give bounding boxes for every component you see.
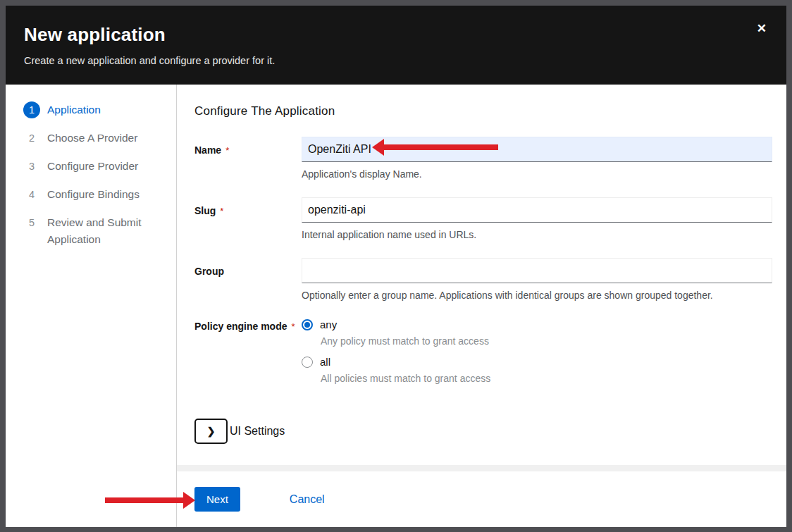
- wizard-step-application[interactable]: 1 Application: [6, 96, 176, 124]
- slug-control-col: Internal application name used in URLs.: [302, 197, 772, 240]
- policy-mode-any-option[interactable]: any: [302, 318, 772, 330]
- step-label: Configure Bindings: [47, 186, 140, 203]
- policy-mode-any-label: any: [320, 318, 337, 330]
- ui-settings-expander: ❯ UI Settings: [194, 419, 772, 444]
- modal-title: New application: [24, 24, 768, 46]
- policy-label-col: Policy engine mode*: [194, 318, 302, 393]
- annotation-arrow-name-shaft: [383, 144, 498, 150]
- policy-control-col: any Any policy must match to grant acces…: [302, 318, 772, 393]
- required-asterisk: *: [291, 321, 295, 332]
- annotation-arrow-next-shaft: [105, 497, 184, 503]
- footer-separator: [177, 465, 786, 471]
- wizard-step-configure-provider[interactable]: 3 Configure Provider: [6, 152, 176, 180]
- step-label: Choose A Provider: [47, 130, 137, 147]
- policy-engine-mode-row: Policy engine mode* any Any policy must …: [194, 318, 772, 393]
- radio-unselected-icon[interactable]: [302, 357, 313, 368]
- group-input[interactable]: [302, 258, 772, 283]
- new-application-modal: New application Create a new application…: [6, 6, 786, 527]
- slug-label-col: Slug*: [194, 197, 302, 240]
- cancel-button[interactable]: Cancel: [290, 493, 325, 506]
- group-label: Group: [194, 266, 224, 277]
- group-helper-text: Optionally enter a group name. Applicati…: [302, 290, 772, 301]
- step-number-badge: 2: [23, 130, 40, 147]
- ui-settings-toggle-button[interactable]: ❯: [194, 419, 228, 444]
- step-label: Configure Provider: [47, 158, 138, 175]
- slug-helper-text: Internal application name used in URLs.: [302, 229, 772, 240]
- name-helper-text: Application's display Name.: [302, 168, 772, 180]
- next-button[interactable]: Next: [194, 487, 240, 512]
- policy-mode-all-option[interactable]: all: [302, 356, 772, 368]
- policy-engine-mode-label: Policy engine mode: [194, 321, 287, 332]
- name-field-row: Name* Application's display Name.: [194, 137, 772, 180]
- wizard-step-nav: 1 Application 2 Choose A Provider 3 Conf…: [6, 85, 177, 527]
- step-number-badge: 4: [23, 186, 40, 203]
- policy-mode-all-helper: All policies must match to grant access: [321, 373, 772, 384]
- group-label-col: Group: [194, 258, 302, 301]
- wizard-step-choose-provider[interactable]: 2 Choose A Provider: [6, 124, 176, 152]
- step-number-badge: 1: [23, 101, 40, 118]
- wizard-footer: Next Cancel: [177, 471, 786, 527]
- name-label-col: Name*: [194, 137, 302, 180]
- close-icon[interactable]: ✕: [757, 23, 767, 35]
- step-label: Review and Submit Application: [47, 214, 160, 248]
- annotation-arrow-next-head: [183, 492, 195, 509]
- slug-label: Slug: [194, 205, 216, 216]
- modal-body: 1 Application 2 Choose A Provider 3 Conf…: [6, 85, 786, 527]
- policy-mode-any-helper: Any policy must match to grant access: [321, 335, 772, 347]
- policy-mode-all-label: all: [320, 356, 330, 368]
- wizard-step-configure-bindings[interactable]: 4 Configure Bindings: [6, 180, 176, 209]
- modal-header: New application Create a new application…: [6, 6, 786, 85]
- step-number-badge: 3: [23, 158, 40, 175]
- required-asterisk: *: [225, 145, 229, 156]
- step-label: Application: [47, 101, 101, 118]
- wizard-step-review-submit[interactable]: 5 Review and Submit Application: [6, 209, 176, 254]
- chevron-right-icon: ❯: [207, 426, 216, 437]
- required-asterisk: *: [220, 206, 223, 216]
- group-field-row: Group Optionally enter a group name. App…: [194, 258, 772, 301]
- step-number-badge: 5: [23, 214, 40, 231]
- content-heading: Configure The Application: [194, 104, 772, 118]
- ui-settings-label: UI Settings: [230, 425, 285, 438]
- annotation-arrow-name-head: [372, 139, 384, 156]
- radio-selected-icon[interactable]: [302, 319, 313, 330]
- wizard-content-pane: Configure The Application Name* Applicat…: [177, 85, 786, 527]
- name-label: Name: [194, 144, 221, 156]
- modal-subtitle: Create a new application and configure a…: [24, 55, 768, 66]
- slug-field-row: Slug* Internal application name used in …: [194, 197, 772, 240]
- wizard-main-form: Configure The Application Name* Applicat…: [177, 85, 786, 465]
- group-control-col: Optionally enter a group name. Applicati…: [302, 258, 772, 301]
- slug-input[interactable]: [302, 197, 772, 223]
